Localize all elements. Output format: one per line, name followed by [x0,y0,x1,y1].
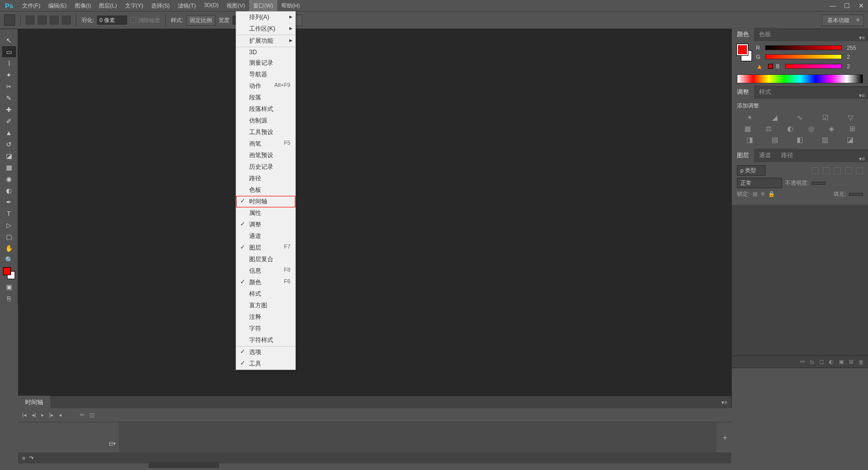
adjustment-layer-icon[interactable]: ◐ [829,359,834,365]
menu-dropdown-item[interactable]: 仿制源 [236,115,295,127]
balance-icon[interactable]: ⚖ [766,125,772,133]
color-preview[interactable] [737,44,752,61]
rectangle-tool-icon[interactable]: ▢ [2,231,16,242]
photo-filter-icon[interactable]: ◎ [808,125,814,133]
menu-dropdown-item[interactable]: 段落样式 [236,103,295,115]
first-frame-icon[interactable]: |◂ [22,412,27,418]
feather-input[interactable] [97,16,127,25]
move-tool-icon[interactable]: ↖ [2,35,16,46]
menu-dropdown-item[interactable]: 样式 [236,288,295,300]
timeline-track[interactable] [119,422,716,452]
threshold-icon[interactable]: ◧ [797,136,803,144]
menu-dropdown-item[interactable]: 图层F7 [236,242,295,254]
panel-menu-icon[interactable]: ▾≡ [856,35,868,41]
color-swatch[interactable] [3,267,15,279]
delete-layer-icon[interactable]: 🗑 [858,359,864,365]
clone-stamp-tool-icon[interactable]: ▲ [2,127,16,138]
dodge-tool-icon[interactable]: ◐ [2,185,16,196]
menu-dropdown-item[interactable]: 色板 [236,184,295,196]
g-value[interactable]: 2 [845,53,863,60]
menu-dropdown-item[interactable]: 段落 [236,92,295,103]
menu-dropdown-item[interactable]: 字符 [236,323,295,334]
menu-item[interactable]: 选择(S) [147,0,174,12]
menu-dropdown-item[interactable]: 通道 [236,230,295,242]
layer-fx-icon[interactable]: fx [810,359,814,365]
panel-menu-icon[interactable]: ▾≡ [717,399,731,406]
menu-item[interactable]: 文件(F) [18,0,44,12]
levels-icon[interactable]: ◢ [772,113,778,122]
filter-type-icon[interactable] [834,167,841,174]
zoom-tool-icon[interactable]: 🔍 [2,254,16,265]
menu-dropdown-item[interactable]: 颜色F6 [236,277,295,288]
healing-brush-tool-icon[interactable]: ✚ [2,104,16,115]
r-slider[interactable] [765,45,842,50]
layers-list[interactable] [732,205,868,356]
filter-pixel-icon[interactable] [812,167,819,174]
bw-icon[interactable]: ◐ [787,125,793,133]
menu-dropdown-item[interactable]: 排列(A) [236,12,295,23]
prev-frame-icon[interactable]: ◂| [32,412,36,418]
menu-dropdown-item[interactable]: 信息F8 [236,265,295,277]
menu-dropdown-item[interactable]: 工具 [236,358,295,370]
menu-dropdown-item[interactable]: 属性 [236,207,295,219]
quickmask-tool-icon[interactable]: ▣ [2,281,16,292]
styles-tab[interactable]: 样式 [754,85,776,99]
timeline-toggle-icon[interactable]: ≡ [22,455,25,461]
menu-dropdown-item[interactable]: 调整 [236,219,295,230]
selection-intersect-icon[interactable] [62,16,71,25]
menu-item[interactable]: 视图(V) [223,0,249,12]
menu-item[interactable]: 窗口(W) [249,0,277,12]
channels-tab[interactable]: 通道 [754,149,776,162]
layers-tab[interactable]: 图层 [732,149,754,162]
add-track-icon[interactable]: + [723,433,727,442]
color-ramp[interactable] [737,74,863,83]
layer-group-icon[interactable]: ▣ [839,359,844,365]
selective-color-icon[interactable]: ◪ [847,136,853,144]
gradient-tool-icon[interactable]: ▦ [2,162,16,173]
menu-dropdown-item[interactable]: 时间轴 [236,196,295,207]
filter-smart-icon[interactable] [856,167,863,174]
layer-filter-select[interactable]: ρ 类型 [737,165,766,176]
b-slider[interactable] [785,64,842,69]
hue-icon[interactable]: ▦ [744,125,751,133]
vibrance-icon[interactable]: ▽ [848,113,853,122]
new-layer-icon[interactable]: ⊞ [849,359,853,365]
menu-item[interactable]: 编辑(E) [44,0,71,12]
timeline-zoom-slider[interactable] [149,462,219,468]
maximize-button[interactable]: ☐ [840,0,854,11]
filter-adj-icon[interactable] [823,167,830,174]
menu-dropdown-item[interactable]: 3D [236,47,295,57]
timeline-render-icon[interactable]: ↷ [29,455,34,461]
foreground-color[interactable] [3,267,11,275]
layer-mask-icon[interactable]: ◻ [819,359,824,365]
menu-dropdown-item[interactable]: 注释 [236,311,295,323]
selection-new-icon[interactable] [26,16,35,25]
g-slider[interactable] [765,54,842,59]
last-frame-icon[interactable]: ◂ [59,412,62,418]
transition-icon[interactable]: ◫ [89,412,94,418]
menu-item[interactable]: 文字(Y) [121,0,148,12]
eyedropper-tool-icon[interactable]: ✎ [2,92,16,103]
opacity-input[interactable] [812,182,826,185]
gamut-warning-icon[interactable]: ▲ [756,62,763,70]
invert-icon[interactable]: ◨ [746,136,753,144]
posterize-icon[interactable]: ▤ [772,136,778,144]
path-select-tool-icon[interactable]: ▷ [2,219,16,230]
play-icon[interactable]: ▸ [41,412,44,418]
track-options-icon[interactable]: ⊟▾ [108,440,116,447]
fill-input[interactable] [849,193,863,196]
selection-subtract-icon[interactable] [50,16,59,25]
marquee-tool-preset-icon[interactable] [4,15,15,26]
menu-item[interactable]: 帮助(H) [277,0,304,12]
menu-item[interactable]: 3D(D) [200,0,223,12]
lock-pixels-icon[interactable]: ▦ [752,191,757,197]
menu-item[interactable]: 图层(L) [95,0,121,12]
gradient-map-icon[interactable]: ▥ [822,136,828,144]
marquee-tool-icon[interactable]: ▭ [2,46,16,57]
lookup-icon[interactable]: ⊞ [849,125,855,133]
menu-item[interactable]: 图像(I) [71,0,95,12]
color-tab[interactable]: 颜色 [732,28,754,41]
hand-tool-icon[interactable]: ✋ [2,243,16,254]
close-button[interactable]: ✕ [854,0,868,11]
next-frame-icon[interactable]: |▸ [49,412,54,418]
